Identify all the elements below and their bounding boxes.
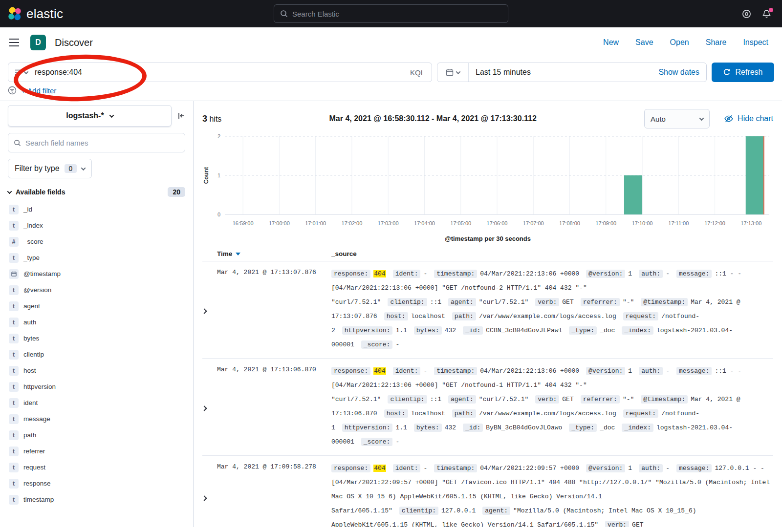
field-name: _id	[23, 206, 32, 213]
header-action-inspect[interactable]: Inspect	[743, 38, 768, 47]
row-source: response:404ident:-timestamp:04/Mar/2021…	[331, 461, 773, 527]
field-list: t_idt_index#_scoret_type@timestampt@vers…	[8, 201, 185, 508]
row-time: Mar 4, 2021 @ 17:13:07.876	[217, 267, 331, 352]
header-action-save[interactable]: Save	[635, 38, 653, 47]
time-range-value[interactable]: Last 15 minutes	[469, 68, 658, 77]
field-name: @timestamp	[23, 270, 61, 277]
field-item-path[interactable]: tpath	[8, 427, 185, 443]
string-field-icon: t	[9, 447, 19, 456]
source-field-value: -	[423, 465, 427, 472]
field-name: _index	[23, 222, 43, 229]
global-header: elastic	[0, 0, 782, 27]
field-item-id[interactable]: t_id	[8, 201, 185, 217]
field-item-index[interactable]: t_index	[8, 217, 185, 234]
collapse-sidebar-icon[interactable]	[177, 112, 185, 120]
source-field-name: ident:	[393, 464, 421, 472]
svg-text:16:59:00: 16:59:00	[233, 220, 254, 226]
field-item-host[interactable]: thost	[8, 362, 185, 379]
refresh-button[interactable]: Refresh	[712, 63, 774, 82]
global-search-input[interactable]	[292, 10, 502, 18]
field-item-clientip[interactable]: tclientip	[8, 346, 185, 362]
chevron-right-icon	[201, 495, 207, 501]
field-name: ident	[23, 399, 38, 406]
field-search[interactable]	[8, 133, 185, 152]
source-field-name: message:	[676, 367, 712, 375]
hamburger-menu-icon[interactable]	[9, 38, 20, 47]
field-item-httpversion[interactable]: thttpversion	[8, 379, 185, 395]
source-field-name: auth:	[639, 464, 663, 472]
source-field-name: response:	[331, 464, 370, 472]
expand-row-button[interactable]	[202, 267, 217, 352]
saved-query-menu-button[interactable]	[8, 63, 35, 82]
field-name: response	[23, 480, 51, 487]
header-actions: NewSaveOpenShareInspect	[603, 38, 773, 47]
source-field-name: verb:	[605, 521, 629, 527]
source-field-name: path:	[452, 409, 476, 418]
index-pattern-label: logstash-*	[66, 111, 104, 120]
field-item-auth[interactable]: tauth	[8, 314, 185, 330]
svg-text:0: 0	[217, 212, 220, 217]
source-field-value: 1	[628, 270, 632, 277]
filter-by-type-count-badge: 0	[65, 164, 77, 173]
kql-language-toggle[interactable]: KQL	[403, 68, 432, 77]
string-field-icon: t	[9, 253, 19, 263]
date-picker-menu-button[interactable]	[437, 63, 469, 82]
notifications-bell-icon[interactable]	[762, 9, 771, 19]
discover-app-badge: D	[30, 35, 46, 50]
refresh-icon	[723, 68, 731, 76]
string-field-icon: t	[9, 318, 19, 327]
query-input[interactable]	[35, 68, 403, 77]
source-field-name: @timestamp:	[641, 298, 688, 306]
field-item-type[interactable]: t_type	[8, 250, 185, 266]
field-item-bytes[interactable]: tbytes	[8, 330, 185, 346]
histogram-bar-17:13:00[interactable]	[746, 136, 764, 214]
row-time: Mar 4, 2021 @ 17:13:06.870	[217, 364, 331, 449]
field-item-response[interactable]: tresponse	[8, 475, 185, 491]
global-search[interactable]	[274, 4, 508, 23]
source-field-name: clientip:	[388, 395, 427, 404]
histogram-bar-17:09:30[interactable]	[624, 175, 642, 214]
field-item-timestamp[interactable]: @timestamp	[8, 266, 185, 282]
field-item-agent[interactable]: tagent	[8, 298, 185, 314]
filter-icon[interactable]	[8, 86, 17, 95]
help-icon[interactable]	[742, 9, 751, 19]
highlighted-value: 404	[373, 367, 386, 375]
chevron-down-icon	[109, 113, 114, 118]
saved-query-icon	[15, 69, 22, 75]
field-item-score[interactable]: #_score	[8, 234, 185, 250]
search-icon	[14, 139, 21, 147]
svg-text:17:04:00: 17:04:00	[414, 220, 435, 226]
expand-row-button[interactable]	[202, 461, 217, 527]
source-field-value: 432	[445, 424, 456, 431]
source-field-value: 404	[373, 465, 386, 472]
time-column-header[interactable]: Time	[217, 250, 331, 257]
field-item-timestamp[interactable]: ttimestamp	[8, 491, 185, 508]
string-field-icon: t	[9, 398, 19, 408]
string-field-icon: t	[9, 285, 19, 295]
field-name: request	[23, 464, 45, 471]
hide-chart-button[interactable]: Hide chart	[724, 114, 773, 123]
field-search-input[interactable]	[25, 139, 179, 147]
svg-text:17:01:00: 17:01:00	[305, 220, 326, 226]
expand-row-button[interactable]	[202, 364, 217, 449]
header-action-new[interactable]: New	[603, 38, 619, 47]
filter-by-type-select[interactable]: Filter by type 0	[8, 159, 92, 178]
field-name: referrer	[23, 447, 45, 455]
field-item-request[interactable]: trequest	[8, 459, 185, 475]
field-item-ident[interactable]: tident	[8, 395, 185, 411]
page-title: Discover	[55, 37, 93, 48]
available-fields-header[interactable]: Available fields 20	[8, 187, 185, 197]
header-action-share[interactable]: Share	[706, 38, 727, 47]
filter-by-type-label: Filter by type	[15, 164, 60, 173]
field-item-referrer[interactable]: treferrer	[8, 443, 185, 459]
header-action-open[interactable]: Open	[670, 38, 689, 47]
index-pattern-select[interactable]: logstash-*	[8, 105, 172, 127]
string-field-icon: t	[9, 221, 19, 231]
field-item-version[interactable]: t@version	[8, 282, 185, 298]
chevron-right-icon	[201, 405, 207, 411]
show-dates-link[interactable]: Show dates	[658, 68, 706, 77]
add-filter-button[interactable]: + Add filter	[22, 86, 56, 95]
interval-select[interactable]: Auto	[644, 109, 710, 128]
source-field-value: 432	[445, 327, 456, 334]
field-item-message[interactable]: tmessage	[8, 411, 185, 427]
